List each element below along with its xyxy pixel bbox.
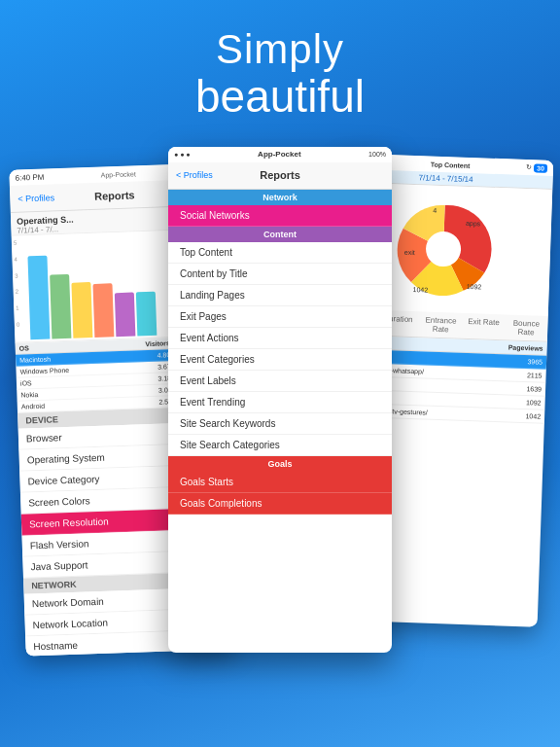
- center-app-name: App-Pocket: [258, 150, 300, 159]
- center-dots: ● ● ●: [174, 151, 191, 158]
- left-row-os-4: Android: [21, 400, 122, 410]
- left-row-v-0: 4.80: [120, 351, 170, 360]
- left-app-name: App-Pocket: [101, 170, 136, 178]
- center-event-trending[interactable]: Event Trending: [168, 392, 392, 413]
- pie-label-2: 4: [433, 206, 437, 213]
- tab-exit[interactable]: Exit Rate: [462, 313, 506, 340]
- center-nav-title: Reports: [260, 169, 300, 181]
- left-row-os-1: Windows Phone: [19, 365, 121, 375]
- left-row-v-2: 3.18: [121, 374, 171, 383]
- center-social-networks[interactable]: Social Networks: [168, 205, 392, 227]
- center-event-labels[interactable]: Event Labels: [168, 371, 392, 392]
- center-site-search-kw[interactable]: Site Search Keywords: [168, 413, 392, 435]
- center-top-content[interactable]: Top Content: [168, 242, 392, 264]
- right-row-val-1: 2115: [490, 371, 542, 379]
- center-content-by-title[interactable]: Content by Title: [168, 264, 392, 285]
- right-row-val-4: 1042: [489, 411, 541, 420]
- left-row-v-1: 3.67: [121, 363, 171, 372]
- center-network-header: Network: [168, 190, 392, 205]
- left-back-button[interactable]: < Profiles: [18, 193, 54, 203]
- pie-label-apps: apps: [466, 220, 481, 229]
- header-beautiful: beautiful: [0, 72, 560, 122]
- right-col-pageviews: Pageviews: [491, 343, 542, 352]
- header: Simply beautiful: [0, 0, 560, 137]
- center-goals-completions[interactable]: Goals Completions: [168, 493, 392, 515]
- center-content-header: Content: [168, 227, 392, 242]
- header-simply: Simply: [0, 27, 560, 72]
- center-site-search-cat[interactable]: Site Search Categories: [168, 435, 392, 456]
- left-row-os-0: Macintosh: [19, 353, 121, 364]
- center-goals-header: Goals: [168, 456, 392, 472]
- pie-label-5: 1092: [467, 283, 482, 291]
- left-row-v-3: 3.00: [122, 386, 172, 395]
- center-landing-pages[interactable]: Landing Pages: [168, 285, 392, 306]
- center-nav: < Profiles Reports: [168, 162, 392, 190]
- left-row-os-2: iOS: [20, 376, 122, 387]
- right-row-val-0: 3965: [491, 357, 542, 366]
- screenshot-center: ● ● ● App-Pocket 100% < Profiles Reports…: [168, 147, 392, 653]
- left-nav-title: Reports: [94, 189, 135, 201]
- right-refresh-icon[interactable]: ↻: [526, 163, 532, 171]
- center-goals-starts[interactable]: Goals Starts: [168, 472, 392, 493]
- center-event-categories[interactable]: Event Categories: [168, 349, 392, 371]
- left-col-visitors: Visitors: [120, 339, 170, 348]
- tab-bounce[interactable]: Bounce Rate: [505, 314, 548, 341]
- pie-svg: apps 4 exit 1042 1092: [383, 194, 504, 304]
- left-row-os-3: Nokia: [20, 388, 122, 399]
- center-back-button[interactable]: < Profiles: [176, 170, 213, 180]
- center-battery: 100%: [368, 151, 386, 158]
- left-col-os: OS: [19, 341, 121, 352]
- right-row-val-2: 1639: [490, 384, 542, 393]
- screenshots-container: 6:40 PM App-Pocket 100% < Profiles Repor…: [0, 137, 560, 740]
- center-status-bar: ● ● ● App-Pocket 100%: [168, 147, 392, 162]
- left-row-v-4: 2.52: [122, 398, 172, 407]
- pie-label-4: 1042: [412, 286, 428, 294]
- center-exit-pages[interactable]: Exit Pages: [168, 306, 392, 328]
- center-event-actions[interactable]: Event Actions: [168, 328, 392, 349]
- right-row-val-3: 1092: [490, 398, 542, 407]
- pie-label-3: exit: [404, 248, 415, 255]
- left-time: 6:40 PM: [15, 172, 44, 182]
- right-count-badge: 30: [534, 163, 547, 172]
- tab-entrance[interactable]: Entrance Rate: [419, 311, 463, 338]
- right-title-bar: Top Content: [431, 160, 471, 168]
